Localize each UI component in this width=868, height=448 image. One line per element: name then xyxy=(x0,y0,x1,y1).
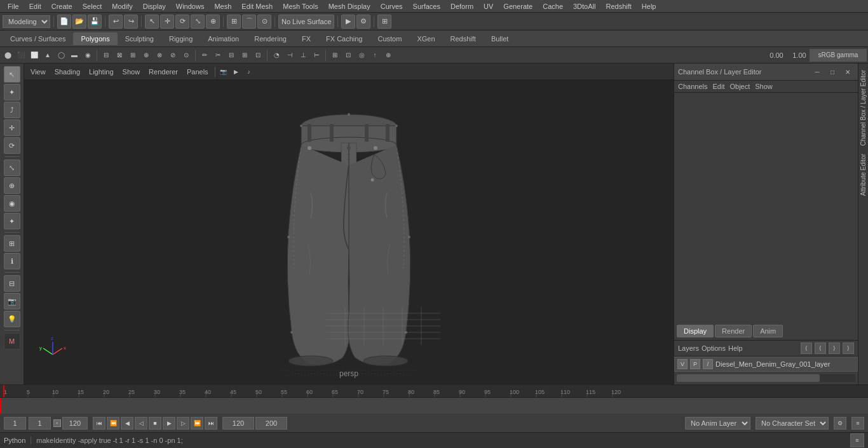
icon-connect[interactable]: ⊞ xyxy=(238,49,251,62)
undo-btn[interactable]: ↩ xyxy=(109,15,123,29)
render-btn[interactable]: ▶ xyxy=(341,15,355,29)
move-btn[interactable]: ✛ xyxy=(4,119,20,136)
new-file-btn[interactable]: 📄 xyxy=(57,15,71,29)
layer-add-btn[interactable]: ⟨ xyxy=(801,343,812,354)
pb-prev-key[interactable]: ◀ xyxy=(121,417,133,430)
tab-rigging[interactable]: Rigging xyxy=(161,32,200,45)
menu-uv[interactable]: UV xyxy=(478,1,498,11)
viewport-menu-view[interactable]: View xyxy=(27,67,50,77)
anim-layer-select[interactable]: No Anim Layer xyxy=(685,417,750,430)
grid-btn[interactable]: ⊟ xyxy=(4,275,20,292)
current-frame-input[interactable] xyxy=(4,417,26,430)
icon-wireframe[interactable]: ⊞ xyxy=(329,49,341,62)
vp-cam-btn[interactable]: 📷 xyxy=(218,66,229,78)
menu-edit[interactable]: Edit xyxy=(24,1,46,11)
layer-menu-layers[interactable]: Layers xyxy=(678,344,699,352)
menu-curves[interactable]: Curves xyxy=(376,1,408,11)
viewport[interactable]: View Shading Lighting Show Renderer Pane… xyxy=(24,64,674,384)
menu-deform[interactable]: Deform xyxy=(445,1,478,11)
redo-btn[interactable]: ↪ xyxy=(124,15,138,29)
workspace-btn[interactable]: ⊞ xyxy=(377,15,391,29)
viewport-menu-renderer[interactable]: Renderer xyxy=(145,67,182,77)
icon-combine[interactable]: ⊕ xyxy=(140,49,153,62)
icon-insert-edge[interactable]: ⊟ xyxy=(225,49,238,62)
layer-playback[interactable]: P xyxy=(690,359,700,369)
layer-visibility[interactable]: V xyxy=(677,359,688,369)
pb-play[interactable]: ▶ xyxy=(163,417,175,430)
menu-create[interactable]: Create xyxy=(46,1,78,11)
icon-cylinder[interactable]: ⬜ xyxy=(28,49,41,62)
icon-backface[interactable]: ⊡ xyxy=(342,49,355,62)
pb-next-frame[interactable]: ⏩ xyxy=(191,417,203,430)
viewport-menu-show[interactable]: Show xyxy=(119,67,144,77)
snap-curve[interactable]: ⌒ xyxy=(242,15,256,29)
char-set-select[interactable]: No Character Set xyxy=(756,417,829,430)
mode-select[interactable]: Modeling xyxy=(3,15,50,28)
select-tool[interactable]: ↖ xyxy=(145,15,159,29)
viewport-menu-lighting[interactable]: Lighting xyxy=(85,67,118,77)
menu-display[interactable]: Display xyxy=(138,1,171,11)
icon-separate[interactable]: ⊗ xyxy=(153,49,166,62)
snap-align-btn[interactable]: ⊞ xyxy=(4,235,20,252)
menu-mesh[interactable]: Mesh xyxy=(209,1,236,11)
menu-cache[interactable]: Cache xyxy=(538,1,568,11)
cb-menu-show[interactable]: Show xyxy=(755,83,773,90)
scale-tool[interactable]: ⤡ xyxy=(191,15,205,29)
tab-render[interactable]: Render xyxy=(715,325,752,337)
icon-bevel[interactable]: ⊠ xyxy=(113,49,126,62)
tab-bullet[interactable]: Bullet xyxy=(484,32,517,45)
rotate-btn[interactable]: ⟳ xyxy=(4,137,20,154)
icon-soft-select[interactable]: ◔ xyxy=(270,49,283,62)
layer-name[interactable]: Diesel_Men_Denim_Gray_001_layer xyxy=(715,360,855,368)
icon-torus[interactable]: ◯ xyxy=(55,49,67,62)
cb-menu-object[interactable]: Object xyxy=(729,83,750,90)
icon-symmetry[interactable]: ⊣ xyxy=(283,49,296,62)
tab-xgen[interactable]: XGen xyxy=(409,32,442,45)
menu-edit-mesh[interactable]: Edit Mesh xyxy=(236,1,278,11)
viewport-menu-shading[interactable]: Shading xyxy=(51,67,84,77)
tab-rendering[interactable]: Rendering xyxy=(247,32,294,45)
open-file-btn[interactable]: 📂 xyxy=(72,15,86,29)
icon-normals[interactable]: ↑ xyxy=(369,49,381,62)
pb-next-key[interactable]: ▷ xyxy=(177,417,189,430)
icon-cut[interactable]: ✂ xyxy=(212,49,224,62)
layer-expand-btn[interactable]: ⟩ xyxy=(843,343,854,354)
camera-btn[interactable]: 📷 xyxy=(4,293,20,309)
anim-settings-btn[interactable]: ⚙ xyxy=(834,417,846,430)
tab-redshift[interactable]: Redshift xyxy=(443,32,484,45)
icon-cube[interactable]: ⬛ xyxy=(15,49,27,62)
icon-sphere[interactable]: ⬤ xyxy=(1,49,14,62)
sculpt-btn[interactable]: ✦ xyxy=(4,213,20,229)
viewport-menu-panels[interactable]: Panels xyxy=(183,67,212,77)
layer-menu-options[interactable]: Options xyxy=(702,344,726,352)
pb-prev-frame[interactable]: ⏪ xyxy=(107,417,119,430)
pb-go-start[interactable]: ⏮ xyxy=(93,417,105,430)
script-icon[interactable]: ≡ xyxy=(850,433,864,447)
icon-display-all[interactable]: ⊕ xyxy=(382,49,395,62)
tab-custom[interactable]: Custom xyxy=(370,32,410,45)
vp-anim-btn[interactable]: ▶ xyxy=(231,66,242,78)
pb-play-back[interactable]: ◁ xyxy=(135,417,147,430)
paint-select-btn[interactable]: ✦ xyxy=(4,84,20,100)
timeline-ruler[interactable]: 1 5 10 15 20 25 30 35 40 45 50 55 60 65 … xyxy=(0,385,868,398)
icon-relax[interactable]: ⊥ xyxy=(297,49,309,62)
channel-box-close[interactable]: ✕ xyxy=(841,65,854,78)
frame-input-2[interactable] xyxy=(29,417,51,430)
channel-box-minimize[interactable]: ─ xyxy=(811,65,824,78)
frame-end-input[interactable] xyxy=(62,417,88,430)
pb-stop[interactable]: ■ xyxy=(149,417,161,430)
menu-file[interactable]: File xyxy=(3,1,24,11)
snap-point[interactable]: ⊙ xyxy=(257,15,271,29)
channel-scrollbar[interactable] xyxy=(677,374,855,382)
icon-offset[interactable]: ⊡ xyxy=(252,49,264,62)
menu-3dtoll[interactable]: 3DtoAll xyxy=(568,1,600,11)
channel-scroll-thumb[interactable] xyxy=(677,374,820,382)
gamma-label-btn[interactable]: sRGB gamma xyxy=(810,49,867,62)
snap-grid[interactable]: ⊞ xyxy=(227,15,241,29)
save-file-btn[interactable]: 💾 xyxy=(88,15,102,29)
cb-menu-channels[interactable]: Channels xyxy=(678,83,707,90)
tab-curves-surfaces[interactable]: Curves / Surfaces xyxy=(3,32,73,45)
side-tab-channel-box[interactable]: Channel Box / Layer Editor xyxy=(858,66,868,150)
cb-menu-edit[interactable]: Edit xyxy=(712,83,724,90)
tab-display[interactable]: Display xyxy=(677,325,714,337)
